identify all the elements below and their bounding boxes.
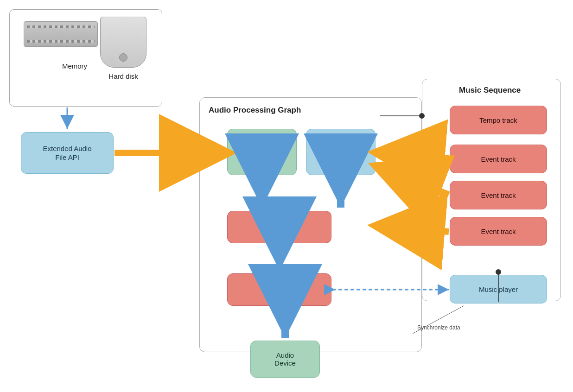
event-track-1-box: Event track xyxy=(450,145,547,173)
generator-label: Generatorunit xyxy=(246,144,278,160)
output-label: Output unit xyxy=(262,286,296,294)
apg-title: Audio Processing Graph xyxy=(209,106,301,115)
music-player-label: Music player xyxy=(479,285,518,293)
generator-unit-box: Generatorunit xyxy=(227,129,297,175)
mixer-unit-box: 3D mixer unit xyxy=(227,211,331,243)
event-track-3-box: Event track xyxy=(450,217,547,246)
harddisk-label: Hard disk xyxy=(100,72,146,80)
music-player-box: Music player xyxy=(450,275,547,303)
harddisk-icon xyxy=(100,17,146,68)
output-unit-box: Output unit xyxy=(227,273,331,306)
storage-box: Memory Hard disk xyxy=(9,9,162,107)
diagram-container: Memory Hard disk Extended AudioFile API … xyxy=(0,0,573,392)
memory-icon: Memory xyxy=(24,21,98,47)
tempo-track-label: Tempo track xyxy=(479,116,517,124)
event-track-1-label: Event track xyxy=(481,155,516,163)
audio-device-box: AudioDevice xyxy=(250,341,320,378)
audio-device-label: AudioDevice xyxy=(274,351,296,367)
music-sequence-title: Music Sequence xyxy=(459,86,521,95)
sync-label: Synchronize data xyxy=(417,324,460,331)
ext-audio-box: Extended AudioFile API xyxy=(21,132,114,174)
event-track-2-box: Event track xyxy=(450,181,547,209)
event-track-2-label: Event track xyxy=(481,191,516,199)
instrument-unit-box: Instrumentunit xyxy=(306,129,376,175)
ext-audio-label: Extended AudioFile API xyxy=(43,144,91,162)
instrument-label: Instrumentunit xyxy=(325,144,357,160)
tempo-track-box: Tempo track xyxy=(450,106,547,134)
mixer-label: 3D mixer unit xyxy=(259,223,299,231)
memory-chip-visual xyxy=(24,21,98,47)
event-track-3-label: Event track xyxy=(481,228,516,235)
harddisk-body-visual xyxy=(100,17,146,68)
